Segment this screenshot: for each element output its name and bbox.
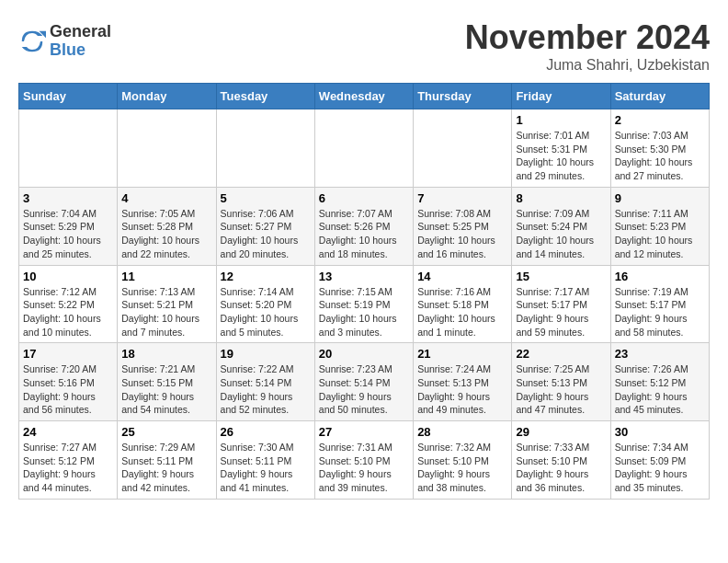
day-info: Sunrise: 7:01 AM Sunset: 5:31 PM Dayligh…	[516, 129, 606, 183]
day-number: 30	[615, 425, 705, 439]
day-number: 22	[516, 347, 606, 361]
day-info: Sunrise: 7:13 AM Sunset: 5:21 PM Dayligh…	[121, 285, 211, 339]
calendar-cell: 5Sunrise: 7:06 AM Sunset: 5:27 PM Daylig…	[216, 187, 314, 265]
day-number: 4	[121, 191, 211, 205]
day-info: Sunrise: 7:33 AM Sunset: 5:10 PM Dayligh…	[516, 441, 606, 495]
day-info: Sunrise: 7:14 AM Sunset: 5:20 PM Dayligh…	[221, 285, 311, 339]
day-info: Sunrise: 7:25 AM Sunset: 5:13 PM Dayligh…	[516, 362, 606, 417]
day-info: Sunrise: 7:03 AM Sunset: 5:30 PM Dayligh…	[615, 129, 705, 183]
location: Juma Shahri, Uzbekistan	[465, 57, 710, 74]
day-number: 17	[23, 347, 113, 361]
day-info: Sunrise: 7:04 AM Sunset: 5:29 PM Dayligh…	[23, 207, 113, 261]
calendar-week-row: 3Sunrise: 7:04 AM Sunset: 5:29 PM Daylig…	[19, 187, 710, 265]
title-area: November 2024 Juma Shahri, Uzbekistan	[465, 18, 710, 74]
calendar-cell: 13Sunrise: 7:15 AM Sunset: 5:19 PM Dayli…	[314, 265, 413, 343]
page-header: General Blue November 2024 Juma Shahri, …	[18, 18, 710, 74]
calendar-cell	[19, 109, 118, 188]
day-info: Sunrise: 7:29 AM Sunset: 5:11 PM Dayligh…	[121, 441, 211, 495]
logo-icon	[18, 28, 46, 55]
weekday-header: Monday	[118, 84, 216, 109]
logo-blue-text: Blue	[50, 41, 111, 60]
day-info: Sunrise: 7:06 AM Sunset: 5:27 PM Dayligh…	[221, 207, 311, 261]
day-info: Sunrise: 7:24 AM Sunset: 5:13 PM Dayligh…	[417, 362, 507, 417]
calendar-cell: 22Sunrise: 7:25 AM Sunset: 5:13 PM Dayli…	[512, 343, 610, 421]
day-number: 5	[221, 191, 311, 205]
calendar-cell: 28Sunrise: 7:32 AM Sunset: 5:10 PM Dayli…	[414, 421, 512, 500]
day-number: 13	[319, 270, 409, 283]
day-info: Sunrise: 7:11 AM Sunset: 5:23 PM Dayligh…	[615, 207, 705, 261]
day-number: 7	[417, 191, 507, 205]
day-info: Sunrise: 7:16 AM Sunset: 5:18 PM Dayligh…	[417, 285, 507, 339]
day-info: Sunrise: 7:21 AM Sunset: 5:15 PM Dayligh…	[121, 362, 211, 417]
day-info: Sunrise: 7:23 AM Sunset: 5:14 PM Dayligh…	[319, 362, 409, 417]
calendar-cell: 2Sunrise: 7:03 AM Sunset: 5:30 PM Daylig…	[610, 109, 709, 188]
calendar-cell	[118, 109, 216, 188]
weekday-header: Wednesday	[314, 84, 413, 109]
day-info: Sunrise: 7:07 AM Sunset: 5:26 PM Dayligh…	[319, 207, 409, 261]
calendar-cell: 20Sunrise: 7:23 AM Sunset: 5:14 PM Dayli…	[314, 343, 413, 421]
day-number: 14	[417, 270, 507, 283]
day-number: 10	[23, 270, 113, 283]
calendar-table: SundayMondayTuesdayWednesdayThursdayFrid…	[18, 83, 710, 500]
calendar-cell: 10Sunrise: 7:12 AM Sunset: 5:22 PM Dayli…	[19, 265, 118, 343]
calendar-cell: 18Sunrise: 7:21 AM Sunset: 5:15 PM Dayli…	[118, 343, 216, 421]
calendar-cell: 6Sunrise: 7:07 AM Sunset: 5:26 PM Daylig…	[314, 187, 413, 265]
day-info: Sunrise: 7:09 AM Sunset: 5:24 PM Dayligh…	[516, 207, 606, 261]
day-info: Sunrise: 7:32 AM Sunset: 5:10 PM Dayligh…	[417, 441, 507, 495]
calendar-cell: 15Sunrise: 7:17 AM Sunset: 5:17 PM Dayli…	[512, 265, 610, 343]
day-info: Sunrise: 7:08 AM Sunset: 5:25 PM Dayligh…	[417, 207, 507, 261]
day-info: Sunrise: 7:19 AM Sunset: 5:17 PM Dayligh…	[615, 285, 705, 339]
month-title: November 2024	[465, 18, 710, 57]
day-info: Sunrise: 7:15 AM Sunset: 5:19 PM Dayligh…	[319, 285, 409, 339]
day-number: 11	[121, 270, 211, 283]
day-number: 6	[319, 191, 409, 205]
logo-general-text: General	[50, 23, 111, 41]
weekday-header: Sunday	[19, 84, 118, 109]
day-number: 20	[319, 347, 409, 361]
day-info: Sunrise: 7:30 AM Sunset: 5:11 PM Dayligh…	[221, 441, 311, 495]
calendar-cell: 17Sunrise: 7:20 AM Sunset: 5:16 PM Dayli…	[19, 343, 118, 421]
calendar-week-row: 1Sunrise: 7:01 AM Sunset: 5:31 PM Daylig…	[19, 109, 710, 188]
calendar-cell: 3Sunrise: 7:04 AM Sunset: 5:29 PM Daylig…	[19, 187, 118, 265]
calendar-cell: 8Sunrise: 7:09 AM Sunset: 5:24 PM Daylig…	[512, 187, 610, 265]
calendar-cell: 30Sunrise: 7:34 AM Sunset: 5:09 PM Dayli…	[610, 421, 709, 500]
calendar-cell: 16Sunrise: 7:19 AM Sunset: 5:17 PM Dayli…	[610, 265, 709, 343]
day-number: 28	[417, 425, 507, 439]
day-info: Sunrise: 7:05 AM Sunset: 5:28 PM Dayligh…	[121, 207, 211, 261]
day-number: 24	[23, 425, 113, 439]
day-number: 12	[221, 270, 311, 283]
day-number: 15	[516, 270, 606, 283]
day-number: 1	[516, 113, 606, 127]
day-info: Sunrise: 7:12 AM Sunset: 5:22 PM Dayligh…	[23, 285, 113, 339]
calendar-cell: 26Sunrise: 7:30 AM Sunset: 5:11 PM Dayli…	[216, 421, 314, 500]
calendar-cell: 9Sunrise: 7:11 AM Sunset: 5:23 PM Daylig…	[610, 187, 709, 265]
day-number: 9	[615, 191, 705, 205]
weekday-header: Thursday	[414, 84, 512, 109]
weekday-header: Friday	[512, 84, 610, 109]
calendar-cell	[216, 109, 314, 188]
day-info: Sunrise: 7:27 AM Sunset: 5:12 PM Dayligh…	[23, 441, 113, 495]
day-number: 26	[221, 425, 311, 439]
day-info: Sunrise: 7:20 AM Sunset: 5:16 PM Dayligh…	[23, 362, 113, 417]
weekday-header: Tuesday	[216, 84, 314, 109]
calendar-cell: 21Sunrise: 7:24 AM Sunset: 5:13 PM Dayli…	[414, 343, 512, 421]
calendar-cell: 1Sunrise: 7:01 AM Sunset: 5:31 PM Daylig…	[512, 109, 610, 188]
calendar-week-row: 10Sunrise: 7:12 AM Sunset: 5:22 PM Dayli…	[19, 265, 710, 343]
day-number: 16	[615, 270, 705, 283]
weekday-header: Saturday	[610, 84, 709, 109]
day-info: Sunrise: 7:17 AM Sunset: 5:17 PM Dayligh…	[516, 285, 606, 339]
calendar-cell	[414, 109, 512, 188]
day-number: 25	[121, 425, 211, 439]
calendar-week-row: 24Sunrise: 7:27 AM Sunset: 5:12 PM Dayli…	[19, 421, 710, 500]
calendar-cell: 29Sunrise: 7:33 AM Sunset: 5:10 PM Dayli…	[512, 421, 610, 500]
calendar-cell: 12Sunrise: 7:14 AM Sunset: 5:20 PM Dayli…	[216, 265, 314, 343]
day-number: 21	[417, 347, 507, 361]
day-number: 27	[319, 425, 409, 439]
calendar-cell	[314, 109, 413, 188]
logo-text: General Blue	[50, 23, 111, 60]
calendar-cell: 4Sunrise: 7:05 AM Sunset: 5:28 PM Daylig…	[118, 187, 216, 265]
logo: General Blue	[18, 23, 111, 60]
calendar-cell: 14Sunrise: 7:16 AM Sunset: 5:18 PM Dayli…	[414, 265, 512, 343]
calendar-cell: 11Sunrise: 7:13 AM Sunset: 5:21 PM Dayli…	[118, 265, 216, 343]
day-number: 2	[615, 113, 705, 127]
